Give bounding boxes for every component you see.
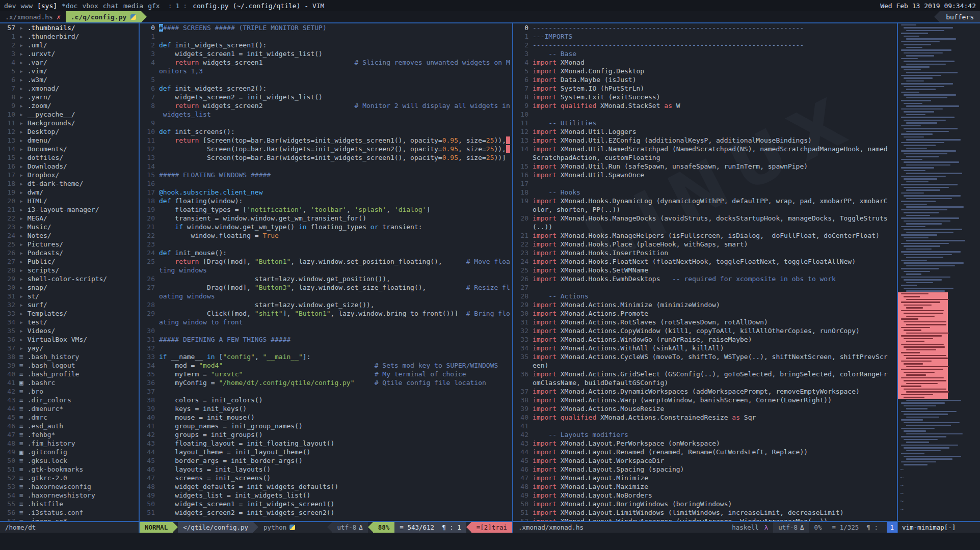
- tree-row[interactable]: 52≡ .gtkrc-2.0: [0, 474, 139, 482]
- code-row[interactable]: 43import XMonad.Layout.PerWorkspace (onW…: [513, 439, 897, 448]
- code-row[interactable]: 22 window.floating = True: [140, 231, 512, 240]
- code-row[interactable]: 15##### FLOATING WINDOWS #####: [140, 171, 512, 179]
- tree-row[interactable]: 22▸ MEGA/: [0, 214, 139, 223]
- code-row[interactable]: 46 layouts = init_layouts(): [140, 465, 512, 474]
- code-row[interactable]: 23: [140, 240, 512, 249]
- tree-row[interactable]: 50≡ .gksu.lock: [0, 456, 139, 465]
- tree-row[interactable]: 3▸ .urxvt/: [0, 49, 139, 58]
- code-row[interactable]: 41 group_names = init_group_names(): [140, 422, 512, 430]
- code-row[interactable]: 30import XMonad.Actions.Promote: [513, 309, 897, 318]
- code-row[interactable]: 36import XMonad.Actions.GridSelect (GSCo…: [513, 370, 897, 378]
- code-row[interactable]: 6def init_widgets_screen2():: [140, 84, 512, 93]
- code-row[interactable]: 46import XMonad.Layout.Spacing (spacing): [513, 465, 897, 474]
- code-row[interactable]: 35 myTerm = "urxvtc" # My terminal of ch…: [140, 370, 512, 378]
- code-row[interactable]: ting windows: [140, 266, 512, 274]
- code-row[interactable]: omClassName, buildDefaultGSConfig): [513, 378, 897, 387]
- code-row[interactable]: 24def init_mouse():: [140, 249, 512, 257]
- code-row[interactable]: 8 return widgets_screen2 # Monitor 2 wil…: [140, 101, 512, 110]
- code-row[interactable]: 43 floating_layout = init_floating_layou…: [140, 439, 512, 448]
- tree-row[interactable]: 1▸ .thunderbird/: [0, 32, 139, 41]
- code-row[interactable]: 31##### DEFINING A FEW THINGS #####: [140, 335, 512, 344]
- tree-row[interactable]: 19▸ dwm/: [0, 188, 139, 197]
- code-row[interactable]: 17@hook.subscribe.client_new: [140, 188, 512, 197]
- tree-row[interactable]: 5▸ .vim/: [0, 67, 139, 75]
- code-row[interactable]: 5import XMonad.Config.Desktop: [513, 67, 897, 75]
- code-row[interactable]: een): [513, 361, 897, 370]
- tree-row[interactable]: 40≡ .bash_profile: [0, 370, 139, 378]
- code-row[interactable]: 9: [140, 119, 512, 127]
- code-row[interactable]: 29 Click([mod, "shift"], "Button1", lazy…: [140, 309, 512, 318]
- code-row[interactable]: 13import XMonad.Util.EZConfig (additiona…: [513, 136, 897, 145]
- code-row[interactable]: 49 widgets_list = init_widgets_list(): [140, 491, 512, 500]
- code-row[interactable]: 10: [513, 110, 897, 119]
- tree-row[interactable]: 53≡ .haxornewsconfig: [0, 482, 139, 491]
- xmonad-hs-pane[interactable]: LINUX 0---------------------------------…: [512, 23, 897, 521]
- code-row[interactable]: 41: [513, 422, 897, 430]
- code-row[interactable]: 18 -- Hooks: [513, 188, 897, 197]
- tree-row[interactable]: 57▸ .thumbnails/: [0, 23, 139, 32]
- code-row[interactable]: widgets_list: [140, 110, 512, 119]
- code-row[interactable]: 49import XMonad.Layout.NoBorders: [513, 491, 897, 500]
- tree-row[interactable]: 4▸ .var/: [0, 58, 139, 67]
- code-row[interactable]: 1---IMPORTS: [513, 32, 897, 41]
- code-row[interactable]: 6import Data.Maybe (isJust): [513, 75, 897, 84]
- code-row[interactable]: 20 transient = window.window.get_wm_tran…: [140, 214, 512, 223]
- code-row[interactable]: 12 Screen(top=bar.Bar(widgets=init_widge…: [140, 145, 512, 153]
- tree-row[interactable]: 41▣ .bashrc: [0, 378, 139, 387]
- tree-row[interactable]: 43≡ .dir_colors: [0, 396, 139, 404]
- tree-row[interactable]: 24▸ Notes/: [0, 231, 139, 240]
- tree-row[interactable]: 2▸ .uml/: [0, 41, 139, 49]
- workspace-item[interactable]: www: [20, 2, 32, 10]
- code-row[interactable]: 20import XMonad.Hooks.ManageDocks (avoid…: [513, 214, 897, 223]
- tree-row[interactable]: 39≡ .bash_logout: [0, 361, 139, 370]
- code-row[interactable]: 39 keys = init_keys(): [140, 404, 512, 413]
- code-row[interactable]: 29import XMonad.Actions.Minimize (minimi…: [513, 300, 897, 309]
- code-row[interactable]: 42 groups = init_groups(): [140, 430, 512, 439]
- code-row[interactable]: 37: [140, 387, 512, 396]
- tree-row[interactable]: 47≡ .fehbg*: [0, 430, 139, 439]
- tree-row[interactable]: 54≡ .haxornewshistory: [0, 491, 139, 500]
- code-row[interactable]: 44 layout_theme = init_layout_theme(): [140, 448, 512, 456]
- code-row[interactable]: 28 start=lazy.window.get_size()),: [140, 300, 512, 309]
- tree-row[interactable]: 7▸ .xmonad/: [0, 84, 139, 93]
- code-row[interactable]: 25 return [Drag([mod], "Button1", lazy.w…: [140, 257, 512, 266]
- code-row[interactable]: 50 widgets_screen1 = init_widgets_screen…: [140, 500, 512, 508]
- code-row[interactable]: 34import XMonad.Actions.WithAll (sinkAll…: [513, 344, 897, 352]
- code-row[interactable]: 26import XMonad.Hooks.EwmhDesktops -- re…: [513, 274, 897, 283]
- tree-row[interactable]: 57≡ .image.so*: [0, 517, 139, 521]
- code-row[interactable]: 21 if window.window.get_wm_type() in flo…: [140, 223, 512, 231]
- tree-row[interactable]: 46≡ .esd_auth: [0, 422, 139, 430]
- code-row[interactable]: 12import XMonad.Util.Loggers: [513, 127, 897, 136]
- code-row[interactable]: 32import XMonad.Actions.CopyWindow (kill…: [513, 326, 897, 335]
- code-row[interactable]: olor, shorten, PP(..)): [513, 205, 897, 214]
- tree-row[interactable]: 15▸ dotfiles/: [0, 153, 139, 162]
- code-row[interactable]: 17: [513, 179, 897, 188]
- code-row[interactable]: 3 -- Base: [513, 49, 897, 58]
- code-row[interactable]: 18def floating(window):: [140, 197, 512, 205]
- code-row[interactable]: 2---------------------------------------…: [513, 41, 897, 49]
- minimap-pane[interactable]: ~~~~~~: [897, 23, 980, 521]
- code-row[interactable]: 50import XMonad.Layout.BoringWindows (bo…: [513, 500, 897, 508]
- code-row[interactable]: 31import XMonad.Actions.RotSlaves (rotSl…: [513, 318, 897, 326]
- code-row[interactable]: 14import XMonad.Util.NamedScratchpad (Na…: [513, 145, 897, 153]
- tree-row[interactable]: 55≡ .histfile: [0, 500, 139, 508]
- code-row[interactable]: 10def init_screens():: [140, 127, 512, 136]
- code-row[interactable]: onitors 1,3: [140, 67, 512, 75]
- code-row[interactable]: oating windows: [140, 292, 512, 300]
- code-row[interactable]: 47 screens = init_screens(): [140, 474, 512, 482]
- workspace-item[interactable]: *doc: [62, 2, 77, 10]
- tree-row[interactable]: 6▸ .w3m/: [0, 75, 139, 84]
- code-row[interactable]: (..)): [513, 223, 897, 231]
- code-row[interactable]: 51 widgets_screen2 = init_widgets_screen…: [140, 508, 512, 517]
- code-row[interactable]: 15import XMonad.Util.Run (safeSpawn, uns…: [513, 162, 897, 171]
- tree-row[interactable]: 38≡ .bash_history: [0, 352, 139, 361]
- tree-row[interactable]: 33▸ Templates/: [0, 309, 139, 318]
- tree-row[interactable]: 23▸ Music/: [0, 223, 139, 231]
- code-row[interactable]: 33import XMonad.Actions.WindowGo (runOrR…: [513, 335, 897, 344]
- code-row[interactable]: 52import XMonad.Layout.WindowArranger (w…: [513, 517, 897, 521]
- code-row[interactable]: 34 mod = "mod4" # Sets mod key to SUPER/…: [140, 361, 512, 370]
- code-row[interactable]: ScratchpadAction, customFloating: [513, 153, 897, 162]
- tree-row[interactable]: 14▸ Documents/: [0, 145, 139, 153]
- code-row[interactable]: 45 border_args = init_border_args(): [140, 456, 512, 465]
- tree-row[interactable]: 12▸ Desktop/: [0, 127, 139, 136]
